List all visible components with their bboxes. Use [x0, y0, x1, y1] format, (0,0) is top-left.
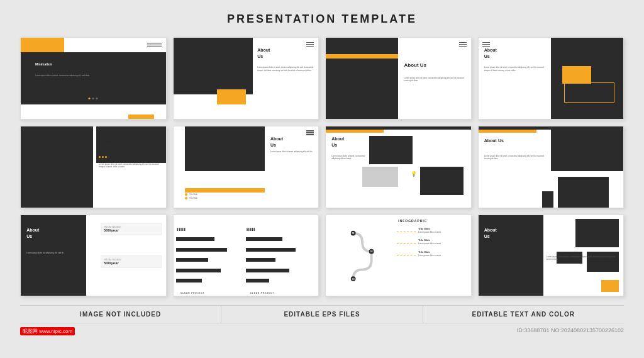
nipic-logo: 昵图网 www.nipic.com	[20, 327, 75, 335]
bulb-icon: 💡	[411, 171, 417, 177]
dot2	[92, 98, 94, 99]
slide3-body: Lorem ipsum dolor sit amet, consectetur …	[404, 77, 466, 82]
slide-11[interactable]: INFOGRAPHIC 01 02 03 Title Slide Lorem i…	[325, 215, 472, 297]
link-item-2: Title Slide	[185, 197, 197, 199]
slide7-rect3	[362, 167, 399, 187]
slide12-title: About Us	[484, 227, 497, 240]
slide4-orange-sq	[562, 66, 591, 84]
slide-12[interactable]: About Us Lorem ipsum dolor sit amet, con…	[478, 215, 625, 297]
slide7-title: About Us	[331, 136, 344, 148]
slide9-price-box2: SPECIAL PACKAGE 500/year	[101, 255, 162, 268]
slide8-title: About Us	[484, 138, 504, 144]
slide6-body: Lorem ipsum dolor sit amet, adipiscing e…	[270, 150, 315, 154]
infographic-item-3: Title Slide Lorem ipsum dolor sit amet	[397, 250, 467, 257]
slide11-title: INFOGRAPHIC	[398, 219, 427, 223]
slide1-orange-bottom	[128, 115, 154, 118]
dash2	[397, 243, 416, 243]
item2-desc: Lorem ipsum dolor sit amet	[418, 242, 441, 245]
slide3-orange-bar	[326, 54, 398, 59]
page-title: PRESENTATION TEMPLATE	[227, 13, 417, 26]
slide8-dark-bar	[479, 130, 536, 133]
slide5-body: Lorem ipsum dolor sit amet, consectetur …	[99, 163, 162, 169]
item2-text: Title Slide Lorem ipsum dolor sit amet	[418, 238, 441, 245]
link-dot-1	[185, 193, 187, 196]
slide6-links: Title Slide Title Slide	[185, 192, 197, 201]
slide8-body: Lorem ipsum dolor sit amet, consectetur …	[484, 155, 550, 160]
dash1	[397, 232, 416, 232]
slide-5[interactable]: About Us Lorem ipsum dolor sit amet, con…	[20, 126, 167, 208]
link-item-1: Title Slide	[185, 193, 197, 196]
slide3-dark-left	[326, 38, 398, 119]
slide8-rect3	[542, 191, 553, 208]
link-label-2: Title Slide	[189, 197, 197, 199]
slide-4[interactable]: About Us Lorem ipsum dolor sit amet, con…	[478, 37, 625, 120]
slide10-bottom-text2: CLEAN PROJECT	[250, 292, 274, 294]
svg-text:02: 02	[370, 250, 372, 253]
slide1-orange-bar	[21, 38, 64, 52]
infographic-item-1: Title Slide Lorem ipsum dolor sit amet	[397, 227, 467, 234]
slide-2[interactable]: About Us Lorem ipsum dolor sit amet, con…	[173, 37, 319, 120]
slide-8[interactable]: About Us Lorem ipsum dolor sit amet, con…	[478, 126, 625, 208]
bar-row-r5	[246, 279, 313, 282]
item1-text: Title Slide Lorem ipsum dolor sit amet	[418, 227, 441, 234]
slide10-chart-left: ▐▐▐▐▐	[176, 219, 240, 289]
bar-row-r1	[246, 237, 313, 241]
slide6-menu-icon	[306, 130, 314, 137]
item3-text: Title Slide Lorem ipsum dolor sit amet	[418, 250, 441, 257]
slide9-title: About Us	[26, 227, 39, 240]
slide5-dots	[99, 156, 107, 158]
slide5-title: About Us	[99, 138, 111, 151]
slide9-price2: 500/year	[104, 261, 158, 265]
slide-9[interactable]: About Us Lorem ipsum dolor sit, adipisci…	[20, 215, 167, 297]
footer-item-1: EDITABLE EPS FILES	[221, 306, 423, 323]
slide-3[interactable]: About Us Lorem ipsum dolor sit amet, con…	[325, 37, 472, 120]
slide9-price1: 500/year	[104, 228, 158, 232]
slide-1[interactable]: Minimalism Lorem ipsum dolor sit amet, c…	[20, 37, 167, 120]
slide6-dark-rect	[185, 126, 265, 171]
bar-row-2	[176, 248, 240, 252]
slide7-rect1	[369, 136, 413, 164]
slide-10[interactable]: ▐▐▐▐▐ ▐▐▐▐▐ CLEAN PROJECT CLEAN PROJECT	[173, 215, 319, 297]
slide2-dark-left	[174, 38, 253, 94]
slide11-items: Title Slide Lorem ipsum dolor sit amet T…	[397, 227, 467, 262]
link-dot-2	[185, 197, 187, 199]
slide10-proj-title: ▐▐▐▐▐	[176, 228, 240, 231]
bar-row-r2	[246, 248, 313, 252]
slide2-body: Lorem ipsum dolor sit amet, consec adipi…	[257, 66, 314, 72]
slide4-body: Lorem ipsum dolor sit amet, consectetur …	[484, 66, 545, 72]
slide7-orange-bar	[326, 130, 384, 133]
slide4-menu-icon	[482, 41, 490, 48]
watermark-id: ID:33688781 NO:20240802135700226102	[517, 327, 624, 335]
slide11-snake: 01 02 03	[333, 227, 391, 288]
dot1	[89, 98, 91, 99]
slide9-price-box1: SPECIAL PACKAGE 500/year	[101, 223, 162, 235]
slide1-subtitle: Lorem ipsum dolor sit amet, consectetur …	[35, 74, 89, 77]
slide12-rect2	[587, 252, 619, 272]
footer-item-2: EDITABLE TEXT AND COLOR	[423, 306, 624, 323]
slide12-rect1	[575, 219, 619, 247]
dash3	[397, 255, 416, 255]
item3-desc: Lorem ipsum dolor sit amet	[418, 254, 441, 257]
slide3-menu-icon	[459, 41, 467, 48]
bar-row-5	[176, 279, 240, 282]
slide1-menu-icon	[147, 42, 162, 44]
slide2-menu-icon	[306, 41, 314, 48]
footer: IMAGE NOT INCLUDED EDITABLE EPS FILES ED…	[20, 305, 624, 323]
slide1-title: Minimalism	[35, 62, 52, 66]
slide1-dots	[89, 98, 98, 99]
odot1	[99, 156, 101, 158]
slide10-proj-title2: ▐▐▐▐▐	[246, 228, 313, 231]
item1-desc: Lorem ipsum dolor sit amet	[418, 231, 441, 233]
slide12-body: Lorem ipsum dolor sit amet, consectetur …	[547, 255, 619, 261]
slide10-bottom-text: CLEAN PROJECT	[180, 292, 204, 294]
slides-grid: Minimalism Lorem ipsum dolor sit amet, c…	[20, 37, 624, 296]
slide8-rect2	[558, 177, 609, 208]
slide-7[interactable]: About Us Lorem ipsum dolor sit amet, con…	[325, 126, 472, 208]
slide2-title: About Us	[257, 47, 270, 60]
slide-6[interactable]: About Us Lorem ipsum dolor sit amet, adi…	[173, 126, 319, 208]
bar-row-3	[176, 258, 240, 262]
slide12-orange-sq	[601, 280, 619, 292]
slide7-body: Lorem ipsum dolor sit amet, consectetur …	[331, 155, 368, 160]
slide9-body: Lorem ipsum dolor sit, adipiscing elit, …	[26, 252, 82, 255]
slide2-orange-sq	[217, 89, 246, 104]
